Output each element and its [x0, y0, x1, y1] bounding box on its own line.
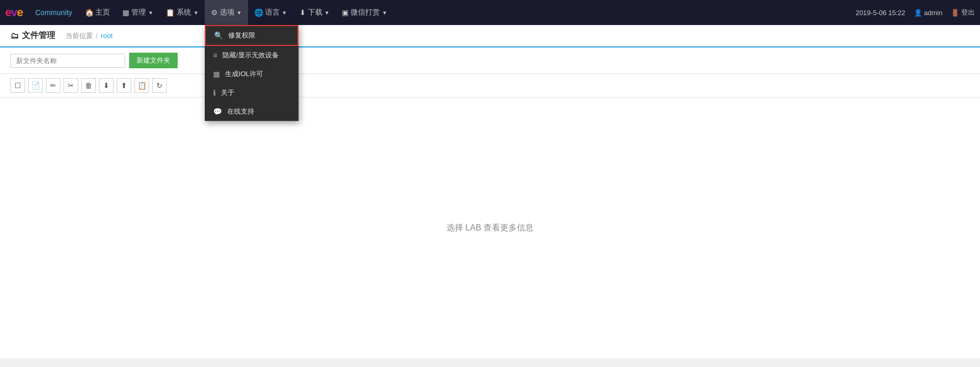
fix-permissions-icon: 🔍: [214, 31, 223, 40]
breadcrumb-root[interactable]: root: [101, 32, 113, 40]
options-icon: ⚙: [211, 8, 218, 17]
options-arrow-icon: ▼: [237, 10, 242, 16]
copy-button[interactable]: 📋: [134, 78, 149, 93]
options-dropdown: 🔍 修复权限 ≡ 隐藏/显示无效设备 ▦ 生成IOL许可 ℹ 关于 💬 在线支持: [205, 25, 299, 121]
generate-iol-license-icon: ▦: [213, 70, 220, 78]
upload-button[interactable]: ⬆: [117, 78, 131, 93]
brand-logo[interactable]: eve: [5, 6, 23, 19]
breadcrumb: 当前位置 / root: [66, 31, 113, 41]
menu-item-online-support[interactable]: 💬 在线支持: [205, 102, 299, 121]
system-icon: 📋: [166, 8, 175, 17]
wechat-icon: ▣: [342, 8, 349, 17]
nav-download[interactable]: ⬇ 下载▼: [293, 0, 336, 25]
download-arrow-icon: ▼: [325, 10, 330, 16]
nav-home[interactable]: 🏠 主页: [79, 0, 117, 25]
language-icon: 🌐: [254, 8, 263, 17]
datetime-display: 2019-5-06 15:22: [855, 9, 905, 17]
main-content: 选择 LAB 查看更多信息: [0, 97, 980, 358]
menu-item-toggle-invalid-devices[interactable]: ≡ 隐藏/显示无效设备: [205, 46, 299, 65]
menu-item-generate-iol-license[interactable]: ▦ 生成IOL许可: [205, 65, 299, 83]
user-menu[interactable]: 👤 admin: [914, 9, 942, 17]
toolbar-area: 新建文件夹: [0, 47, 980, 74]
new-folder-button[interactable]: 新建文件夹: [129, 53, 178, 68]
system-arrow-icon: ▼: [193, 10, 199, 16]
menu-item-fix-permissions[interactable]: 🔍 修复权限: [205, 25, 299, 46]
nav-manage[interactable]: ▦ 管理▼: [116, 0, 159, 25]
select-all-button[interactable]: ☐: [10, 78, 25, 93]
nav-options[interactable]: ⚙ 选项▼: [205, 0, 248, 25]
empty-hint: 选择 LAB 查看更多信息: [446, 223, 534, 234]
logout-icon: 🚪: [951, 9, 959, 17]
nav-system[interactable]: 📋 系统▼: [159, 0, 205, 25]
wechat-arrow-icon: ▼: [382, 10, 387, 16]
download-button[interactable]: ⬇: [99, 78, 114, 93]
new-file-button[interactable]: 📄: [28, 78, 43, 93]
nav-community[interactable]: Community: [29, 0, 79, 25]
language-arrow-icon: ▼: [282, 10, 287, 16]
menu-item-about[interactable]: ℹ 关于: [205, 83, 299, 102]
page-title: 🗂 文件管理: [10, 30, 55, 41]
edit-button[interactable]: ✏: [46, 78, 60, 93]
navbar-right: 2019-5-06 15:22 👤 admin 🚪 登出: [855, 8, 975, 17]
cut-button[interactable]: ✂: [64, 78, 78, 93]
manage-arrow-icon: ▼: [148, 10, 153, 16]
download-nav-icon: ⬇: [300, 8, 306, 17]
navbar: eve Community 🏠 主页 ▦ 管理▼ 📋 系统▼ ⚙ 选项▼ 🔍 修…: [0, 0, 980, 25]
online-support-icon: 💬: [213, 107, 222, 116]
home-icon: 🏠: [85, 8, 94, 17]
about-icon: ℹ: [213, 89, 216, 97]
folder-name-input[interactable]: [10, 54, 125, 68]
nav-options-wrapper: ⚙ 选项▼ 🔍 修复权限 ≡ 隐藏/显示无效设备 ▦ 生成IOL许可 ℹ 关于 …: [205, 0, 248, 25]
logout-button[interactable]: 🚪 登出: [951, 8, 975, 17]
toggle-invalid-devices-icon: ≡: [213, 51, 217, 59]
manage-icon: ▦: [122, 8, 129, 17]
breadcrumb-separator: /: [96, 32, 98, 40]
refresh-button[interactable]: ↻: [152, 78, 167, 93]
nav-wechat[interactable]: ▣ 微信打赏▼: [336, 0, 393, 25]
nav-language[interactable]: 🌐 语言▼: [248, 0, 293, 25]
page-header: 🗂 文件管理 当前位置 / root: [0, 25, 980, 47]
icon-toolbar: ☐ 📄 ✏ ✂ 🗑 ⬇ ⬆ 📋 ↻: [0, 74, 980, 97]
file-management-icon: 🗂: [10, 31, 19, 41]
user-icon: 👤: [914, 9, 922, 17]
delete-button[interactable]: 🗑: [81, 78, 96, 93]
